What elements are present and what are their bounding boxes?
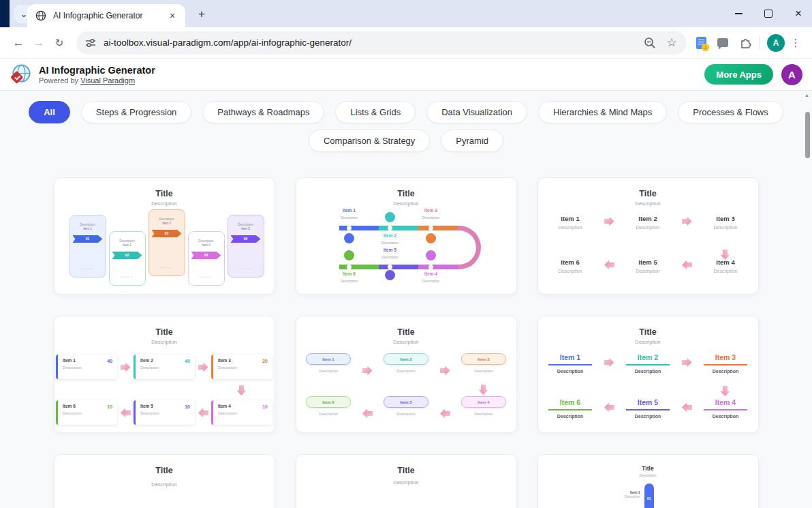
arrow-right-icon [682,216,692,226]
extensions-puzzle-icon[interactable] [739,36,753,50]
template-card-text-flow[interactable]: Title Description Item 1 Description Ite… [537,177,759,295]
filter-chips-row2: Comparison & Strategy Pyramid [0,123,812,152]
template-card-pill-flow[interactable]: Title Description Item 1 Description Ite… [296,316,517,433]
close-window-button[interactable] [794,10,802,18]
milestone-circle [385,270,395,280]
browser-tab[interactable]: AI Infographic Generator [27,4,185,27]
filter-chip-data-visualization[interactable]: Data Visualization [426,101,527,123]
more-apps-button[interactable]: More Apps [704,64,773,85]
item-label: Item 6 [548,398,592,410]
item-label: Item 1 [540,215,601,222]
site-info-icon[interactable] [84,37,97,49]
item-desc: Description [407,279,455,283]
browser-titlebar: AI Infographic Generator [0,0,812,27]
template-card-zigzag-steps[interactable]: Title Description Description Item 1 01 … [54,177,275,295]
arrow-right-icon [198,362,208,372]
arrow-right-icon [440,365,450,376]
visual-paradigm-link[interactable]: Visual Paradigm [80,76,135,85]
template-card-partial-grid[interactable]: Title Description Description Descriptio… [54,454,275,508]
item-label: Item 1 [63,358,112,363]
item-label: Item 2 [366,233,414,238]
item-label: Item 6 [63,404,112,408]
arrow-down-icon [478,385,488,395]
preview-stage: Description Description [296,483,516,508]
arrow-left-icon [121,408,131,418]
forward-button[interactable] [29,33,49,53]
step-dots [189,269,224,281]
filter-chip-processes-flows[interactable]: Processes & Flows [678,101,783,123]
filter-chip-hierarchies-mind-maps[interactable]: Hierarchies & Mind Maps [538,101,667,123]
browser-profile-avatar[interactable]: A [767,34,785,52]
scroll-up-arrow-icon[interactable] [805,93,809,98]
roadmap-bar-bottom [339,265,458,269]
maximize-button[interactable] [764,10,772,18]
preview-row: Item 6 Description Item 5 Description It… [538,258,758,273]
filter-chip-lists-grids[interactable]: Lists & Grids [335,101,416,123]
milestone-dot [388,226,392,230]
item-label: Item 2 [617,215,678,222]
pill-item: Item 5 Description [375,396,437,416]
item-desc: Description [63,411,112,415]
item-desc: Description [540,225,601,230]
item-desc: Description [326,279,373,283]
minimize-button[interactable] [734,10,743,18]
item-label: Item 6 [306,396,351,408]
underline-item: Item 4 Description [695,395,756,419]
item-label: Item 2 [626,353,670,365]
reload-button[interactable] [49,33,69,53]
globe-favicon-icon [35,10,46,21]
filter-chip-pyramid[interactable]: Pyramid [441,130,503,152]
item-label: Item 4 [461,396,506,408]
item-desc: Description [63,365,112,370]
page-scrollbar[interactable] [802,91,812,508]
visual-paradigm-logo [10,63,32,86]
item-value: 40 [107,359,112,363]
download-badge-icon [702,44,709,51]
step-desc: Description [110,239,145,243]
underline-item: Item 2 Description [617,350,678,374]
filter-chip-comparison-strategy[interactable]: Comparison & Strategy [309,130,430,152]
back-button[interactable] [8,33,29,53]
flow-arrow-cell [678,258,695,270]
browser-menu-icon[interactable] [789,34,802,52]
url-text[interactable]: ai-toolbox.visual-paradigm.com/app/ai-in… [104,38,635,48]
template-card-underline-flow[interactable]: Title Description Item 1 Description Ite… [537,316,759,433]
preview-stage: Item 1 Description 40 Item 2 Description… [54,345,275,432]
item-desc: Description [540,369,601,374]
step-desc: Description [228,223,264,226]
step-panel: Description Item 4 04 [188,231,225,286]
address-bar[interactable]: ai-toolbox.visual-paradigm.com/app/ai-in… [76,31,687,55]
zoom-out-indicator-icon[interactable] [643,36,657,50]
flow-item: Item 3 Description [695,215,756,230]
step-desc: Description [70,223,106,226]
singlefile-extension-icon[interactable] [696,37,706,49]
step-number-arrow: 05 [231,235,261,243]
scrollbar-thumb[interactable] [805,112,810,158]
comment-extension-icon[interactable] [717,38,728,47]
milestone-dot [388,265,392,269]
item-label: Item 3 [461,353,506,365]
filter-chip-pathways-roadmaps[interactable]: Pathways & Roadmaps [202,101,324,123]
account-avatar[interactable]: A [781,64,802,85]
item-label: Item 3 [695,215,756,222]
item-desc: Description [407,215,455,220]
item-desc: Description [617,269,678,273]
bookmark-star-icon[interactable] [665,36,678,50]
preview-stage: Item 1 Description Item 2 Description It… [538,207,758,294]
card-description: Description [54,200,275,207]
new-tab-button[interactable] [193,6,210,23]
item-label: Item 5 [626,398,670,410]
template-card-partial-circle[interactable]: Title Description Description Descriptio… [296,454,517,508]
step-label: Item 1 [70,227,106,230]
filter-chip-all[interactable]: All [29,101,70,123]
template-card-stat-cards[interactable]: Title Description Item 1 Description 40 [54,316,275,433]
tab-close-icon[interactable] [166,10,178,22]
template-card-snake-roadmap[interactable]: Title Description [296,177,517,295]
item-label: Item 1 [306,353,351,365]
filter-chip-steps-progression[interactable]: Steps & Progression [81,101,192,123]
template-card-vertical-ribbon[interactable]: Title Description 01 Item 1 Description [537,454,759,508]
card-description: Description [538,200,758,207]
pill-item: Item 6 Description [298,396,359,416]
arrow-left-icon [440,408,450,419]
stat-item: Item 2 Description 40 [134,355,195,379]
